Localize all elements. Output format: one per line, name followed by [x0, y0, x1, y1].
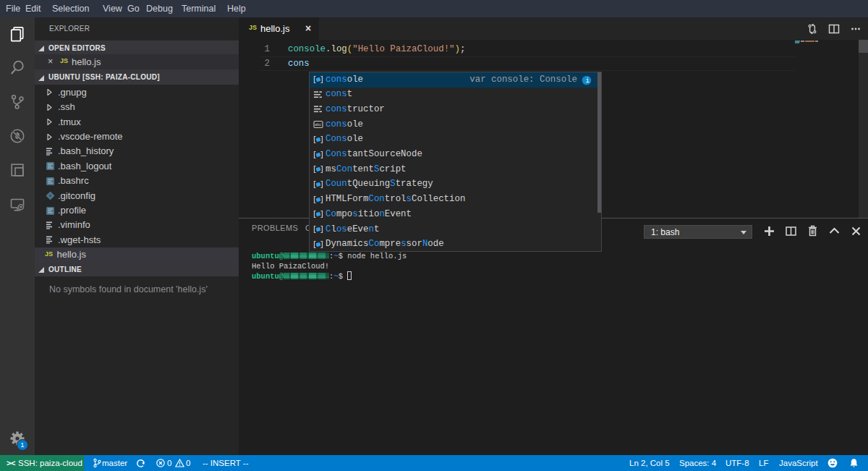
svg-text:i: i [585, 77, 589, 85]
svg-text:abc: abc [315, 122, 321, 127]
